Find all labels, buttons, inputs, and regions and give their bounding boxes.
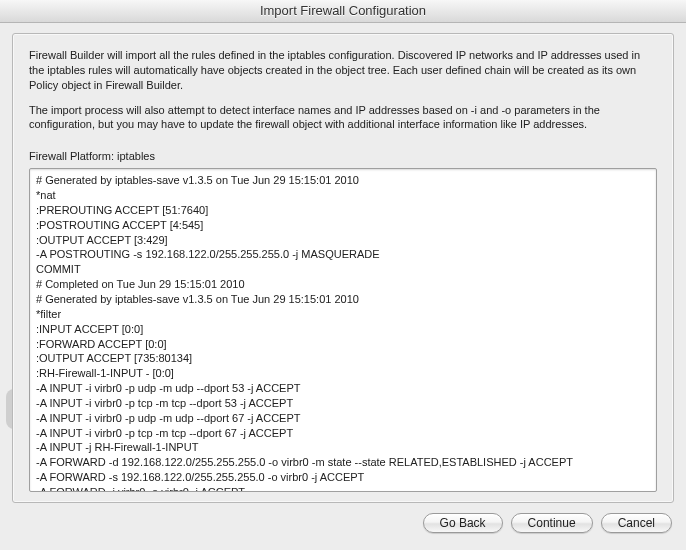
intro-paragraph-2: The import process will also attempt to …: [29, 103, 657, 133]
config-textarea[interactable]: # Generated by iptables-save v1.3.5 on T…: [29, 168, 657, 492]
platform-value: iptables: [117, 150, 155, 162]
wizard-button-row: Go Back Continue Cancel: [12, 503, 674, 533]
continue-button[interactable]: Continue: [511, 513, 593, 533]
import-panel: Firewall Builder will import all the rul…: [12, 33, 674, 503]
intro-text: Firewall Builder will import all the rul…: [29, 48, 657, 142]
window-title: Import Firewall Configuration: [0, 0, 686, 23]
platform-label: Firewall Platform:: [29, 150, 117, 162]
platform-line: Firewall Platform: iptables: [29, 150, 657, 162]
cancel-button[interactable]: Cancel: [601, 513, 672, 533]
intro-paragraph-1: Firewall Builder will import all the rul…: [29, 48, 657, 93]
go-back-button[interactable]: Go Back: [423, 513, 503, 533]
